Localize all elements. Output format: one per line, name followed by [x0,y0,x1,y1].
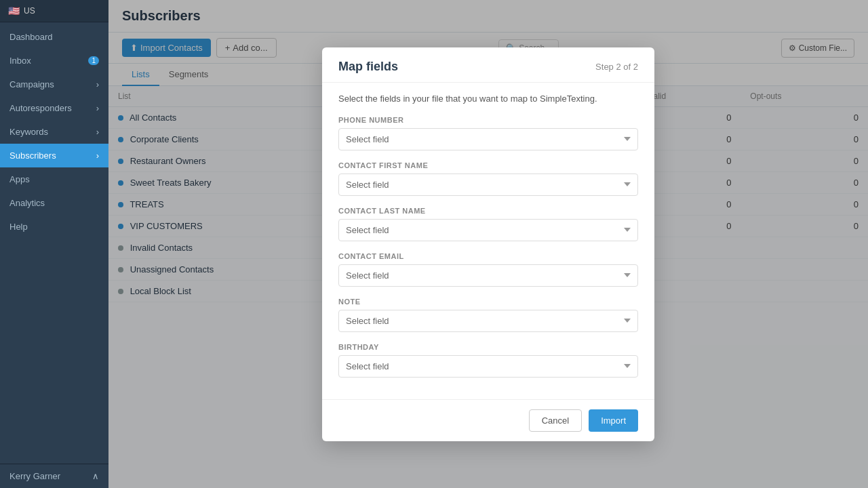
sidebar-item-label: Analytics [9,198,45,208]
sidebar-item-analytics[interactable]: Analytics [0,191,108,215]
cancel-button[interactable]: Cancel [529,409,582,432]
sidebar-item-label: Inbox [9,56,31,66]
chevron-up-icon: ∧ [92,471,99,481]
sidebar-item-inbox[interactable]: Inbox 1 [0,49,108,73]
modal-header: Map fields Step 2 of 2 [322,47,654,83]
field-group-contact_last_name: CONTACT LAST NAME Select field [338,207,638,241]
sidebar-item-label: Apps [9,174,30,184]
inbox-badge: 1 [88,56,99,65]
field-label-phone_number: PHONE NUMBER [338,116,638,124]
sidebar-item-label: Dashboard [9,32,53,42]
flag-icon: 🇺🇸 [8,5,20,16]
sidebar-item-campaigns[interactable]: Campaigns › [0,73,108,96]
sidebar-item-label: Campaigns [9,79,54,89]
sidebar-item-label: Subscribers [9,150,56,161]
modal-description: Select the fields in your file that you … [338,94,638,104]
field-select-phone_number[interactable]: Select field [338,128,638,150]
sidebar: 🇺🇸 US Dashboard Inbox 1 Campaigns › Auto… [0,0,108,488]
locale-label: US [24,6,35,16]
field-label-birthday: BIRTHDAY [338,343,638,351]
field-select-contact_first_name[interactable]: Select field [338,174,638,196]
field-group-phone_number: PHONE NUMBER Select field [338,116,638,150]
field-select-contact_last_name[interactable]: Select field [338,219,638,241]
field-label-contact_email: CONTACT EMAIL [338,252,638,260]
field-select-birthday[interactable]: Select field [338,355,638,378]
sidebar-item-apps[interactable]: Apps [0,167,108,191]
user-name: Kerry Garner [9,471,60,481]
modal-body: Select the fields in your file that you … [322,83,654,399]
field-group-note: NOTE Select field [338,298,638,332]
sidebar-item-label: Keywords [9,127,48,137]
field-label-contact_last_name: CONTACT LAST NAME [338,207,638,215]
field-select-contact_email[interactable]: Select field [338,264,638,287]
field-group-birthday: BIRTHDAY Select field [338,343,638,378]
sidebar-item-label: Help [9,222,28,232]
field-group-contact_email: CONTACT EMAIL Select field [338,252,638,287]
sidebar-item-autoresponders[interactable]: Autoresponders › [0,96,108,120]
chevron-right-icon: › [96,79,99,89]
sidebar-user[interactable]: Kerry Garner ∧ [0,464,108,488]
sidebar-locale: 🇺🇸 US [0,0,108,22]
map-fields-modal: Map fields Step 2 of 2 Select the fields… [322,47,654,441]
chevron-right-icon: › [96,127,99,137]
chevron-right-icon: › [96,150,99,161]
import-button[interactable]: Import [589,409,638,432]
sidebar-item-keywords[interactable]: Keywords › [0,120,108,144]
chevron-right-icon: › [96,103,99,113]
sidebar-nav: Dashboard Inbox 1 Campaigns › Autorespon… [0,22,108,464]
sidebar-item-label: Autoresponders [9,103,72,113]
modal-footer: Cancel Import [322,399,654,441]
field-label-note: NOTE [338,298,638,306]
main-content: Subscribers ⬆ Import Contacts + Add co..… [108,0,868,488]
sidebar-item-help[interactable]: Help [0,215,108,239]
field-label-contact_first_name: CONTACT FIRST NAME [338,161,638,169]
sidebar-item-dashboard[interactable]: Dashboard [0,25,108,49]
modal-overlay: Map fields Step 2 of 2 Select the fields… [108,0,868,488]
modal-step: Step 2 of 2 [595,62,638,72]
field-select-note[interactable]: Select field [338,310,638,332]
modal-title: Map fields [338,60,398,74]
sidebar-item-subscribers[interactable]: Subscribers › [0,144,108,167]
field-group-contact_first_name: CONTACT FIRST NAME Select field [338,161,638,196]
